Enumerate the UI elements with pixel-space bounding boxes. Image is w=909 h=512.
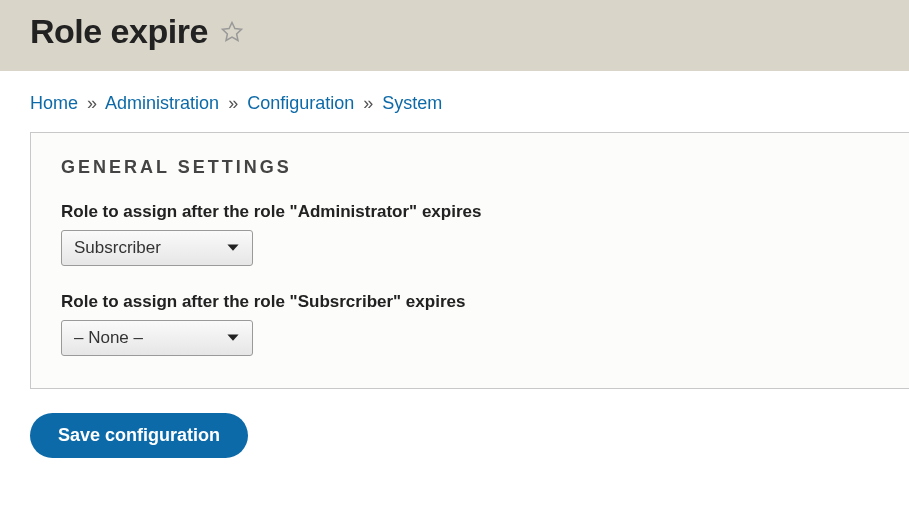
select-value: – None – [74, 328, 143, 348]
breadcrumb-separator: » [224, 93, 242, 113]
fieldset-legend: GENERAL SETTINGS [61, 157, 879, 178]
breadcrumb-separator: » [83, 93, 101, 113]
breadcrumb-link-system[interactable]: System [382, 93, 442, 113]
role-select-subscriber[interactable]: – None – [61, 320, 253, 356]
breadcrumb-separator: » [359, 93, 377, 113]
chevron-down-icon [226, 331, 240, 345]
role-select-administrator[interactable]: Subsrcriber [61, 230, 253, 266]
breadcrumb-link-configuration[interactable]: Configuration [247, 93, 354, 113]
star-outline-icon[interactable] [220, 20, 244, 44]
page-header: Role expire [0, 0, 909, 71]
form-actions: Save configuration [0, 389, 909, 482]
field-label: Role to assign after the role "Subsrcrib… [61, 292, 879, 312]
breadcrumb-link-administration[interactable]: Administration [105, 93, 219, 113]
chevron-down-icon [226, 241, 240, 255]
general-settings-fieldset: GENERAL SETTINGS Role to assign after th… [30, 132, 909, 389]
field-label: Role to assign after the role "Administr… [61, 202, 879, 222]
breadcrumb: Home » Administration » Configuration » … [0, 71, 909, 132]
save-configuration-button[interactable]: Save configuration [30, 413, 248, 458]
breadcrumb-link-home[interactable]: Home [30, 93, 78, 113]
form-item-administrator-expire: Role to assign after the role "Administr… [61, 202, 879, 270]
page-title: Role expire [30, 12, 208, 51]
form-item-subscriber-expire: Role to assign after the role "Subsrcrib… [61, 292, 879, 360]
select-value: Subsrcriber [74, 238, 161, 258]
